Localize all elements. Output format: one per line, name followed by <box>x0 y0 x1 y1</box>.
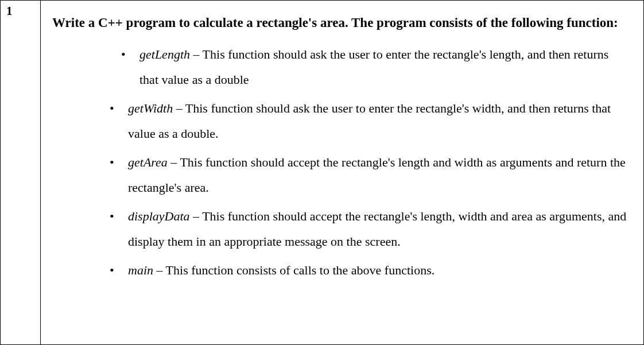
function-desc: – This function should ask the user to e… <box>139 47 608 87</box>
function-desc: – This function should ask the user to e… <box>128 101 611 141</box>
function-name: displayData <box>128 209 190 223</box>
function-name: main <box>128 263 153 277</box>
function-name: getLength <box>139 47 190 61</box>
function-desc: – This function consists of calls to the… <box>153 263 434 277</box>
question-number-cell: 1 <box>1 1 41 344</box>
function-name: getArea <box>128 155 168 169</box>
question-heading: Write a C++ program to calculate a recta… <box>52 10 630 36</box>
list-item: displayData – This function should accep… <box>110 204 630 254</box>
function-name: getWidth <box>128 101 173 115</box>
function-desc: – This function should accept the rectan… <box>128 155 626 195</box>
list-item: getLength – This function should ask the… <box>121 42 630 92</box>
question-table: 1 Write a C++ program to calculate a rec… <box>0 0 644 345</box>
list-item: getWidth – This function should ask the … <box>110 96 630 146</box>
function-list: getLength – This function should ask the… <box>52 42 630 283</box>
question-number: 1 <box>6 4 13 18</box>
question-content-cell: Write a C++ program to calculate a recta… <box>41 1 643 344</box>
function-desc: – This function should accept the rectan… <box>128 209 626 249</box>
list-item: getArea – This function should accept th… <box>110 150 630 200</box>
list-item: main – This function consists of calls t… <box>110 258 630 283</box>
